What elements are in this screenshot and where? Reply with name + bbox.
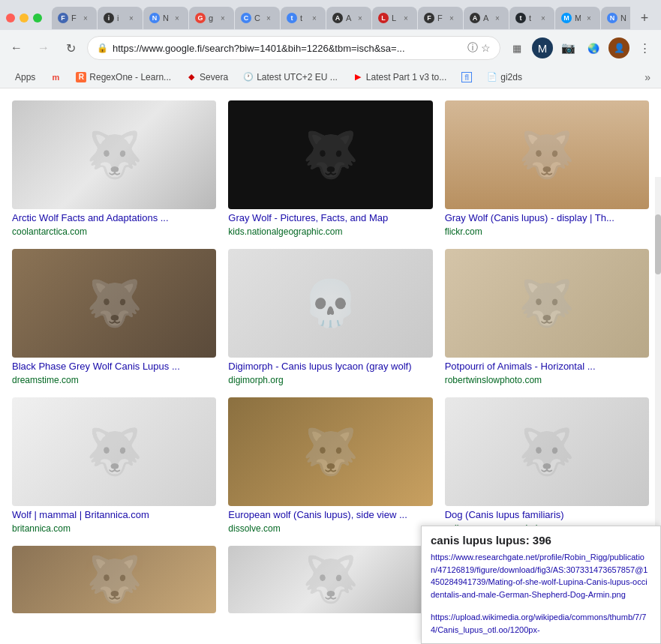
image-result-9[interactable]: 🐺 Dog (Canis lupus familiaris) gallery.n… (445, 397, 649, 534)
wolf-silhouette-5: 💀 (302, 277, 359, 330)
tooltip-title: canis lupus lupus: 396 (431, 534, 651, 547)
vpn-icon[interactable]: 🌏 (583, 37, 604, 58)
image-result-8[interactable]: 🐺 European wolf (Canis lupus), side view… (228, 397, 432, 534)
url-display: https://www.google.fi/search?biw=1401&bi… (113, 43, 463, 54)
tab-favicon-tab-github1: A (332, 13, 343, 23)
tab-label-tab-new1: New (163, 13, 169, 22)
image-result-6[interactable]: 🐺 Potpourri of Animals - Horizontal ... … (445, 249, 649, 385)
tab-favicon-tab-chrome: C (241, 13, 251, 23)
bookmarks-more-button[interactable]: » (640, 70, 655, 85)
info-overlay: canis lupus lupus: 396 https://www.resea… (421, 526, 661, 625)
tab-close-tab-f[interactable]: × (80, 13, 91, 23)
tab-close-tab-gtranslate[interactable]: × (309, 13, 320, 23)
tab-label-tab-github2: F (437, 13, 443, 22)
image-title-3: Gray Wolf (Canis lupus) - display | Th..… (445, 212, 649, 225)
tab-label-tab-chrome: C (254, 13, 260, 22)
image-result-3[interactable]: 🐺 Gray Wolf (Canis lupus) - display | Th… (445, 100, 649, 237)
tab-tab-instapaper[interactable]: ii× (98, 7, 143, 29)
tab-tab-gtranslate[interactable]: tt× (281, 7, 326, 29)
image-result-11[interactable]: 🐺 (228, 546, 432, 613)
site-info-icon[interactable]: ⓘ (467, 41, 478, 55)
reload-button[interactable]: ↻ (60, 37, 81, 58)
tab-tab-new1[interactable]: NNew× (143, 7, 188, 29)
bookmark-fl[interactable]: fl (455, 70, 478, 84)
tab-close-tab-github1[interactable]: × (355, 13, 365, 23)
page-content: 🐺 Arctic Wolf Facts and Adaptations ... … (0, 88, 661, 625)
tab-tab-github3[interactable]: AA× (464, 7, 509, 29)
image-source-8: dissolve.com (228, 523, 432, 534)
mail-favicon: m (50, 72, 61, 82)
image-result-7[interactable]: 🐺 Wolf | mammal | Britannica.com britann… (12, 397, 216, 534)
tab-tab-gmail[interactable]: Gg× (189, 7, 234, 29)
tab-tab-chrome[interactable]: CC× (235, 7, 280, 29)
image-result-5[interactable]: 💀 Digimorph - Canis lupus lycaon (gray w… (228, 249, 432, 385)
bookmark-latest[interactable]: ▶ Latest Part 1 v3 to... (347, 70, 452, 84)
back-button[interactable]: ← (6, 37, 27, 58)
bookmark-mail[interactable]: m (44, 70, 67, 84)
bookmark-severa[interactable]: ◆ Severa (180, 70, 234, 84)
image-thumb-11: 🐺 (228, 546, 432, 613)
image-result-1[interactable]: 🐺 Arctic Wolf Facts and Adaptations ... … (12, 100, 216, 237)
image-result-10[interactable]: 🐺 (12, 546, 216, 613)
image-title-8: European wolf (Canis lupus), side view .… (228, 509, 432, 522)
latest-favicon: ▶ (353, 72, 363, 82)
tab-close-tab-new2[interactable]: × (629, 13, 630, 23)
scrollbar-thumb[interactable] (655, 214, 661, 274)
image-result-4[interactable]: 🐺 Black Phase Grey Wolf Canis Lupus ... … (12, 249, 216, 385)
image-title-4: Black Phase Grey Wolf Canis Lupus ... (12, 361, 216, 373)
wolf-silhouette-8: 🐺 (302, 425, 359, 478)
wolf-silhouette-6: 🐺 (518, 277, 575, 330)
tab-close-tab-github2[interactable]: × (446, 13, 457, 23)
new-tab-button[interactable]: + (634, 7, 655, 28)
tab-tab-github4[interactable]: tt× (509, 7, 554, 29)
bookmark-star-icon[interactable]: ☆ (481, 42, 491, 54)
tab-tab-new2[interactable]: NNew× (601, 7, 630, 29)
camera-icon[interactable]: 📷 (557, 37, 578, 58)
image-title-9: Dog (Canis lupus familiaris) (445, 509, 649, 522)
browser-window: FF×ii×NNew×Gg×CC×tt×AA×LL×FF×AA×tt×MM×NN… (0, 0, 661, 625)
tab-close-tab-instapaper[interactable]: × (126, 13, 137, 23)
image-source-5: digimorph.org (228, 375, 432, 385)
bookmarks-bar: ⁢ Apps m R RegexOne - Learn... ◆ Severa … (0, 66, 661, 88)
image-source-3: flickr.com (445, 226, 649, 237)
tab-bar: FF×ii×NNew×Gg×CC×tt×AA×LL×FF×AA×tt×MM×NN… (0, 0, 661, 30)
tab-label-tab-github3: A (483, 13, 489, 22)
bookmark-regexone[interactable]: R RegexOne - Learn... (70, 70, 177, 84)
tab-close-tab-github4[interactable]: × (538, 13, 548, 23)
tab-tab-github2[interactable]: FF× (418, 7, 463, 29)
tab-label-tab-vscode: M (575, 13, 581, 22)
address-bar[interactable]: 🔒 https://www.google.fi/search?biw=1401&… (87, 36, 500, 60)
tab-close-tab-vscode[interactable]: × (584, 13, 594, 23)
tab-close-tab-new1[interactable]: × (172, 13, 182, 23)
tab-label-tab-new2: New (620, 13, 626, 22)
tab-close-tab-lastpass[interactable]: × (401, 13, 411, 23)
bookmark-apps[interactable]: ⁢ Apps (6, 70, 41, 85)
image-title-2: Gray Wolf - Pictures, Facts, and Map (228, 212, 432, 225)
image-title-5: Digimorph - Canis lupus lycaon (gray wol… (228, 361, 432, 373)
tab-tab-lastpass[interactable]: LL× (372, 7, 417, 29)
user-avatar[interactable]: 👤 (608, 37, 629, 58)
image-source-6: robertwinslowphoto.com (445, 375, 649, 385)
tab-close-tab-gmail[interactable]: × (218, 13, 228, 23)
menu-button[interactable]: ⋮ (634, 37, 655, 58)
tab-tab-vscode[interactable]: MM× (555, 7, 600, 29)
extensions-icon[interactable]: ▦ (506, 37, 527, 58)
malwarebytes-icon[interactable]: M (532, 37, 553, 58)
tab-close-tab-chrome[interactable]: × (263, 13, 274, 23)
image-title-7: Wolf | mammal | Britannica.com (12, 509, 216, 522)
tab-label-tab-lastpass: L (392, 13, 398, 22)
fullscreen-button[interactable] (33, 13, 42, 22)
tab-close-tab-github3[interactable]: × (492, 13, 503, 23)
tab-tab-github1[interactable]: AA× (326, 7, 371, 29)
bookmark-gi2ds[interactable]: 📄 gi2ds (481, 70, 528, 84)
close-button[interactable] (6, 13, 15, 22)
image-source-7: britannica.com (12, 523, 216, 534)
bookmark-utc[interactable]: 🕐 Latest UTC+2 EU ... (237, 70, 344, 84)
minimize-button[interactable] (20, 13, 29, 22)
tab-tab-f[interactable]: FF× (52, 7, 97, 29)
wolf-silhouette-10: 🐺 (86, 553, 143, 606)
gi2ds-favicon: 📄 (487, 72, 497, 82)
tooltip-url-1: https://www.researchgate.net/profile/Rob… (431, 551, 651, 601)
forward-button[interactable]: → (33, 37, 54, 58)
image-result-2[interactable]: 🐺 Gray Wolf - Pictures, Facts, and Map k… (228, 100, 432, 237)
